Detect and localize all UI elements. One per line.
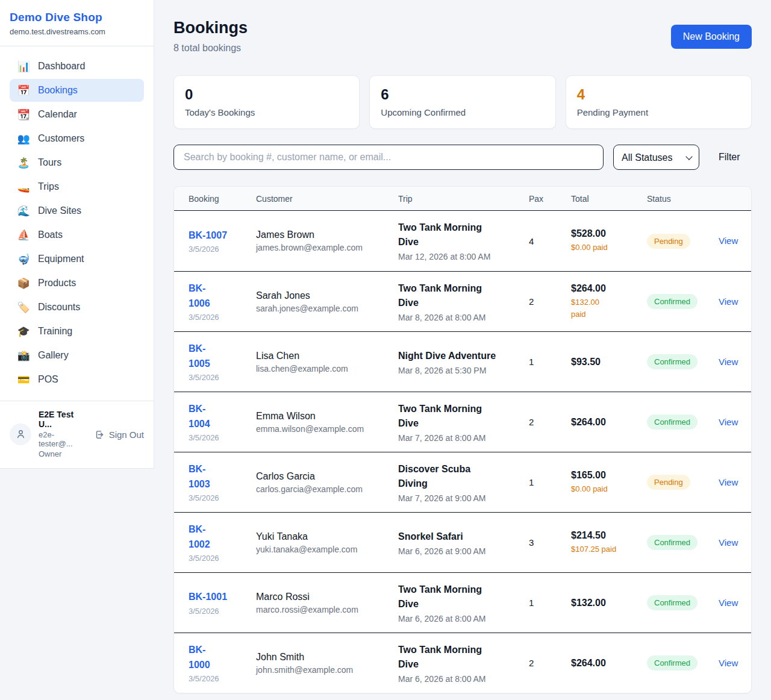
view-link[interactable]: View [719,417,738,427]
total-amount: $93.50 [571,357,638,367]
sidebar-item-trips[interactable]: 🚤 Trips [10,175,144,198]
sidebar-item-label: Calendar [38,109,77,120]
status-badge: Confirmed [647,595,698,610]
trip-datetime: Mar 6, 2026 at 9:00 AM [398,546,520,556]
speedboat-icon: 🚤 [17,182,30,192]
booking-id-link[interactable]: BK- 1005 [189,342,248,372]
pax-count: 3 [529,537,571,548]
page-title: Bookings [173,19,248,37]
sidebar-item-products[interactable]: 📦 Products [10,272,144,295]
stat-card-today-s-bookings: 0Today's Bookings [173,75,360,129]
booking-id-link[interactable]: BK- 1006 [189,281,248,311]
main-content: Bookings 8 total bookings New Booking 0T… [173,0,752,693]
new-booking-button[interactable]: New Booking [671,25,752,49]
bookings-table: Booking Customer Trip Pax Total Status B… [173,186,752,693]
customer-email: lisa.chen@example.com [256,364,390,373]
table-row: BK- 1004 3/5/2026 Emma Wilson emma.wilso… [174,392,751,452]
brand-domain: demo.test.divestreams.com [10,27,144,36]
table-row: BK- 1002 3/5/2026 Yuki Tanaka yuki.tanak… [174,512,751,572]
sign-out-button[interactable]: Sign Out [95,430,144,440]
customer-email: yuki.tanaka@example.com [256,545,390,554]
sidebar-item-gallery[interactable]: 📸 Gallery [10,344,144,367]
trip-name: Two Tank Morning Dive [398,643,520,672]
total-amount: $264.00 [571,417,638,428]
booking-id-link[interactable]: BK- 1004 [189,402,248,432]
trip-datetime: Mar 6, 2026 at 8:00 AM [398,614,520,623]
view-link[interactable]: View [719,296,738,307]
search-input[interactable] [173,145,604,170]
table-row: BK- 1006 3/5/2026 Sarah Jones sarah.jone… [174,271,751,331]
stat-card-upcoming-confirmed: 6Upcoming Confirmed [369,75,555,129]
sidebar-item-label: Dashboard [38,61,85,72]
stats-cards: 0Today's Bookings6Upcoming Confirmed4Pen… [173,75,752,129]
stat-value: 0 [185,86,348,103]
sidebar-item-label: Bookings [38,85,78,96]
status-badge: Confirmed [647,535,698,550]
view-link[interactable]: View [719,477,738,487]
sidebar-item-bookings[interactable]: 📅 Bookings [10,79,144,102]
stat-label: Today's Bookings [185,107,348,117]
customer-name: John Smith [256,652,390,663]
pax-count: 1 [529,357,571,367]
sidebar-item-equipment[interactable]: 🤿 Equipment [10,248,144,270]
customer-email: john.smith@example.com [256,665,390,675]
people-icon: 👥 [17,134,30,144]
sidebar-item-label: Boats [38,230,63,240]
status-badge: Confirmed [647,294,698,309]
column-header-customer: Customer [256,194,398,204]
sidebar-item-calendar[interactable]: 📆 Calendar [10,103,144,126]
sidebar-item-tours[interactable]: 🏝️ Tours [10,151,144,174]
sidebar-item-dive-sites[interactable]: 🌊 Dive Sites [10,199,144,222]
table-body: BK-1007 3/5/2026 James Brown james.brown… [174,211,751,693]
sidebar-nav: 📊 Dashboard 📅 Bookings 📆 Calendar 👥 Cust… [0,46,154,401]
view-link[interactable]: View [719,357,738,367]
user-info: E2E Test U... e2e-tester@... Owner [39,410,87,458]
sidebar-item-boats[interactable]: ⛵ Boats [10,223,144,246]
sidebar-item-discounts[interactable]: 🏷️ Discounts [10,296,144,319]
island-icon: 🏝️ [17,158,30,168]
sidebar-item-label: Discounts [38,302,80,313]
sidebar-item-dashboard[interactable]: 📊 Dashboard [10,55,144,78]
trip-name: Two Tank Morning Dive [398,402,520,431]
total-amount: $528.00 [571,228,638,239]
sidebar-item-label: Customers [38,133,84,144]
user-footer: E2E Test U... e2e-tester@... Owner Sign … [0,401,154,468]
sidebar-item-training[interactable]: 🎓 Training [10,320,144,343]
filter-row: All Statuses Filter [173,145,752,170]
sailboat-icon: ⛵ [17,230,30,240]
booking-id-link[interactable]: BK- 1003 [189,462,248,492]
person-icon [15,428,27,440]
pax-count: 2 [529,658,571,668]
view-link[interactable]: View [719,658,738,668]
booking-date: 3/5/2026 [189,433,248,442]
view-link[interactable]: View [719,598,738,608]
customer-name: James Brown [256,230,390,240]
booking-id-link[interactable]: BK-1001 [189,590,248,605]
sidebar-item-label: Dive Sites [38,205,81,216]
table-row: BK- 1003 3/5/2026 Carlos Garcia carlos.g… [174,452,751,512]
booking-date: 3/5/2026 [189,554,248,563]
customer-email: marco.rossi@example.com [256,605,390,614]
sidebar-item-pos[interactable]: 💳 POS [10,368,144,391]
sidebar-item-customers[interactable]: 👥 Customers [10,127,144,150]
customer-name: Marco Rossi [256,592,390,602]
filter-button[interactable]: Filter [719,152,740,163]
booking-id-link[interactable]: BK- 1002 [189,522,248,552]
status-select[interactable]: All Statuses [613,145,699,170]
user-role: Owner [39,449,87,458]
stat-label: Pending Payment [577,107,740,117]
wave-icon: 🌊 [17,206,30,216]
booking-id-link[interactable]: BK- 1000 [189,643,248,673]
status-badge: Confirmed [647,354,698,369]
table-row: BK-1007 3/5/2026 James Brown james.brown… [174,211,751,271]
total-amount: $214.50 [571,530,638,541]
trip-name: Two Tank Morning Dive [398,281,520,310]
booking-id-link[interactable]: BK-1007 [189,228,248,243]
camera-icon: 📸 [17,351,30,361]
view-link[interactable]: View [719,537,738,548]
status-badge: Confirmed [647,655,698,670]
customer-name: Lisa Chen [256,351,390,361]
customer-name: Carlos Garcia [256,471,390,482]
view-link[interactable]: View [719,236,738,246]
sidebar-item-label: POS [38,374,58,385]
